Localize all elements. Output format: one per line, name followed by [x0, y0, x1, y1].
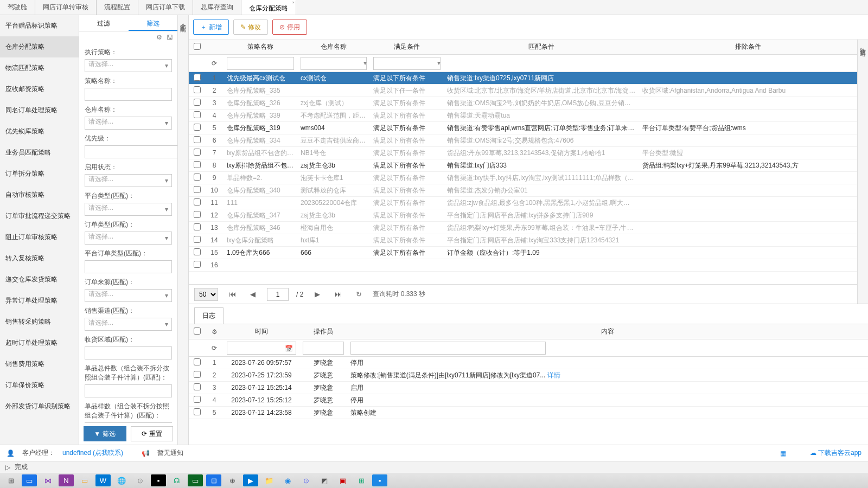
row-checkbox[interactable]	[194, 161, 201, 168]
row-checkbox[interactable]	[194, 358, 201, 365]
exec-select[interactable]: 请选择...	[85, 59, 172, 72]
left-nav-item[interactable]: 销售转采购策略	[0, 311, 79, 332]
row-checkbox[interactable]	[194, 223, 201, 230]
table-row[interactable]: 3 仓库分配策略_326 zxj仓库（测试） 满足以下所有条件 销售渠道:OMS…	[189, 97, 857, 110]
top-tab[interactable]: 网店订单下载	[138, 0, 193, 15]
detail-link[interactable]: 详情	[545, 371, 560, 379]
task-icon[interactable]: ▣	[335, 474, 350, 486]
filter-cond[interactable]	[373, 57, 441, 70]
priority-min[interactable]	[85, 145, 177, 158]
filter-name[interactable]	[227, 57, 294, 70]
log-row[interactable]: 5 2023-07-12 14:23:58 罗晓意 策略创建	[189, 407, 868, 419]
select-all-checkbox[interactable]	[194, 43, 201, 50]
page-input[interactable]	[267, 288, 289, 301]
next-page-icon[interactable]: ▶	[311, 288, 324, 301]
task-icon[interactable]: ▶	[243, 474, 258, 486]
left-nav-item[interactable]: 外部发货订单识别策略	[0, 396, 79, 417]
left-nav-item[interactable]: 物流匹配策略	[0, 57, 79, 79]
table-row[interactable]: 6 仓库分配策略_334 豆豆不走吉链供应商虚... 满足以下所有条件 销售渠道…	[189, 134, 857, 147]
last-page-icon[interactable]: ⏭	[331, 288, 344, 301]
filter-tab[interactable]: 过滤	[79, 15, 129, 31]
top-tab[interactable]: 网店订单转审核	[35, 0, 97, 15]
edit-button[interactable]: ✎修改	[233, 20, 268, 35]
task-icon[interactable]: ⊞	[354, 474, 369, 486]
left-nav-item[interactable]: 异常订单处理策略	[0, 290, 79, 311]
windows-icon[interactable]: ⊞	[3, 474, 18, 486]
log-row[interactable]: 2 2023-07-25 17:23:59 罗晓意 策略修改:[销售渠道(满足条…	[189, 369, 868, 382]
row-checkbox[interactable]	[194, 211, 201, 218]
task-icon[interactable]: ▭	[22, 474, 37, 486]
reload-icon[interactable]: ⟳	[205, 60, 224, 67]
top-tab[interactable]: 驾驶舱	[0, 0, 35, 15]
table-row[interactable]: 9 单品样数=2. 泡芙卡卡仓库1 满足以下所有条件 销售渠道:lxy快手,lx…	[189, 172, 857, 184]
row-checkbox[interactable]	[194, 124, 201, 131]
close-icon[interactable]: ×	[292, 0, 295, 5]
log-select-all[interactable]	[194, 328, 201, 335]
src-select[interactable]: 请选择...	[85, 289, 172, 302]
col-content[interactable]: 内容	[347, 327, 868, 336]
row-checkbox[interactable]	[194, 86, 201, 93]
task-icon[interactable]: ◩	[317, 474, 332, 486]
chrome-icon[interactable]: 🌐	[114, 474, 129, 486]
log-gear-icon[interactable]: ⚙	[205, 328, 224, 336]
col-op[interactable]: 操作员	[299, 327, 347, 336]
status-select[interactable]: 请选择...	[85, 174, 172, 187]
task-icon[interactable]: N	[59, 474, 74, 486]
otype-select[interactable]: 请选择...	[85, 232, 172, 245]
task-icon[interactable]: ⊡	[206, 474, 221, 486]
col-excl[interactable]: 排除条件	[639, 42, 857, 52]
col-match[interactable]: 匹配条件	[444, 42, 639, 52]
left-nav-item[interactable]: 自动审核策略	[0, 184, 79, 206]
left-nav-item[interactable]: 销售费用策略	[0, 354, 79, 375]
table-row[interactable]: 4 仓库分配策略_339 不考虑配送范围，距收... 满足以下所有条件 销售渠道…	[189, 110, 857, 122]
potype-input[interactable]	[85, 260, 172, 273]
row-checkbox[interactable]	[194, 99, 201, 106]
page-size[interactable]: 50	[194, 288, 218, 301]
table-row[interactable]: 16	[189, 259, 857, 272]
top-tab[interactable]: 流程配置	[97, 0, 138, 15]
row-checkbox[interactable]	[194, 74, 201, 81]
left-nav-item[interactable]: 同名订单处理策略	[0, 100, 79, 121]
table-row[interactable]: 8 lxy原排除货品组不包含... zsj货主仓3b 满足以下所有条件 销售渠道…	[189, 159, 857, 172]
col-time[interactable]: 时间	[224, 327, 299, 336]
table-row[interactable]: 10 仓库分配策略_340 测试释放的仓库 满足以下所有条件 销售渠道:杰发分销…	[189, 184, 857, 197]
row-checkbox[interactable]	[194, 371, 201, 378]
download-app[interactable]: ☁ 下载吉客云app	[810, 448, 861, 458]
log-reload-icon[interactable]: ⟳	[205, 344, 224, 352]
ptype-select[interactable]: 请选择...	[85, 203, 172, 216]
prev-page-icon[interactable]: ◀	[246, 288, 259, 301]
table-row[interactable]: 2 仓库分配策略_335 满足以下任一条件 收货区域:北京市/北京市/海淀区/羊…	[189, 85, 857, 97]
col-name[interactable]: 策略名称	[224, 42, 297, 52]
table-row[interactable]: 13 仓库分配策略_346 橙海自用仓 满足以下所有条件 货品组:鸭梨lxy+灯…	[189, 222, 857, 234]
left-nav-item[interactable]: 订单审批流程递交策略	[0, 206, 79, 227]
reset-button[interactable]: ⟳重置	[131, 426, 174, 441]
log-tab[interactable]: 日志	[194, 307, 224, 324]
filter-wh[interactable]	[301, 57, 367, 70]
task-icon[interactable]: ▪	[372, 474, 387, 486]
filter-content[interactable]	[350, 342, 546, 355]
total-input[interactable]	[85, 384, 172, 397]
task-icon[interactable]: ⋈	[40, 474, 55, 486]
log-row[interactable]: 1 2023-07-26 09:57:57 罗晓意 停用	[189, 357, 868, 369]
channel-select[interactable]: 请选择...	[85, 318, 172, 331]
top-tab[interactable]: 总库存查询	[193, 0, 241, 15]
task-icon[interactable]: ⊙	[132, 474, 148, 486]
col-cond[interactable]: 满足条件	[370, 42, 444, 52]
row-checkbox[interactable]	[194, 111, 201, 118]
first-page-icon[interactable]: ⏮	[226, 288, 239, 301]
collapse-icon[interactable]: ▷	[5, 464, 10, 471]
task-icon[interactable]: 📁	[261, 474, 277, 486]
task-icon[interactable]: ◉	[280, 474, 295, 486]
table-row[interactable]: 7 lxy原货品组不包含的策略 NB1号仓 满足以下所有条件 货品组:丹东99草…	[189, 147, 857, 159]
task-icon[interactable]: ▪	[151, 474, 166, 486]
left-nav-item[interactable]: 订单拆分策略	[0, 163, 79, 184]
left-nav-item[interactable]: 递交仓库发货策略	[0, 269, 79, 290]
add-button[interactable]: ＋新增	[193, 20, 229, 35]
table-row[interactable]: 12 仓库分配策略_347 zsj货主仓3b 满足以下所有条件 平台指定门店:网…	[189, 209, 857, 222]
row-checkbox[interactable]	[194, 198, 201, 206]
left-nav-item[interactable]: 阻止订单审核策略	[0, 227, 79, 248]
row-checkbox[interactable]	[194, 396, 201, 403]
wh-select[interactable]: 请选择...	[85, 117, 172, 130]
task-icon[interactable]: W	[95, 474, 111, 486]
row-checkbox[interactable]	[194, 136, 201, 143]
